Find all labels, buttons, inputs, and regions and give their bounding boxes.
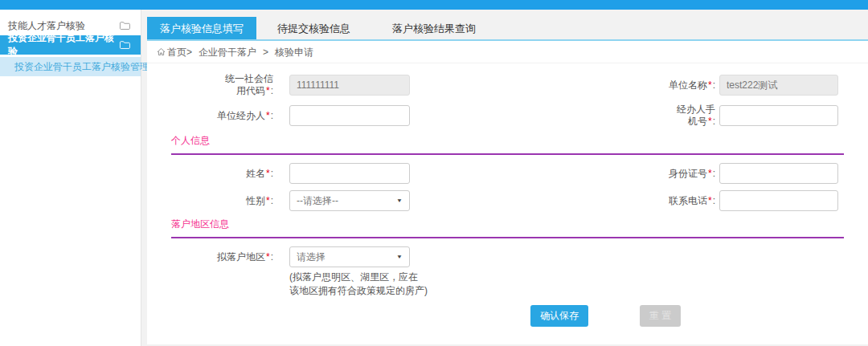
required-asterisk: * xyxy=(708,116,712,127)
contact-phone-label: 联系电话*: xyxy=(410,195,715,207)
reset-button[interactable]: 重 置 xyxy=(640,305,681,327)
sidebar: 技能人才落户核验 投资企业骨干员工落户核验 投资企业骨干员工落户核验管理 xyxy=(0,10,141,346)
required-asterisk: * xyxy=(266,251,270,263)
sidebar-item-label: 投资企业骨干员工落户核验 xyxy=(8,31,119,59)
sidebar-subitem-invest-staff-verify-mgmt[interactable]: 投资企业骨干员工落户核验管理 xyxy=(0,57,141,76)
confirm-save-button[interactable]: 确认保存 xyxy=(530,305,588,327)
tab-verify-result-query[interactable]: 落户核验结果查询 xyxy=(371,17,497,39)
unit-name-label: 单位名称*: xyxy=(410,79,715,92)
section-title-settle-area-info: 落户地区信息 xyxy=(171,218,844,231)
required-asterisk: * xyxy=(266,110,270,121)
section-title-personal-info: 个人信息 xyxy=(171,134,844,148)
settle-area-note: (拟落户思明区、湖里区，应在 该地区拥有符合政策规定的房产) xyxy=(289,271,868,298)
breadcrumb-separator: > xyxy=(263,41,268,63)
required-asterisk: * xyxy=(708,168,712,179)
household-verification-form: 统一社会信 用代码*: 单位名称*: 单位经办人*: 经办人手 机号*: 个人信… xyxy=(147,63,868,327)
required-asterisk: * xyxy=(266,168,270,179)
required-asterisk: * xyxy=(266,195,270,206)
gender-label: 性别*: xyxy=(147,195,273,207)
required-asterisk: * xyxy=(708,79,712,91)
unit-agent-label: 单位经办人*: xyxy=(147,110,273,122)
section-divider xyxy=(171,153,844,155)
top-header-bar xyxy=(0,0,868,10)
breadcrumb-current-page: 核验申请 xyxy=(275,41,313,63)
settle-area-label: 拟落户地区*: xyxy=(147,251,273,263)
form-row: 单位经办人*: 经办人手 机号*: xyxy=(147,104,868,128)
id-number-input[interactable] xyxy=(719,163,838,184)
name-input[interactable] xyxy=(289,163,410,184)
tab-bar: 落户核验信息填写 待提交核验信息 落户核验结果查询 xyxy=(147,17,868,41)
chevron-down-icon: ▼ xyxy=(396,197,403,203)
folder-icon xyxy=(119,40,130,50)
settle-area-select[interactable]: 请选择 ▼ xyxy=(289,246,410,267)
gender-select-value: --请选择-- xyxy=(297,194,338,208)
agent-phone-label: 经办人手 机号*: xyxy=(410,104,715,128)
credit-code-label: 统一社会信 用代码*: xyxy=(147,73,273,97)
required-asterisk: * xyxy=(266,85,270,96)
form-row: 姓名*: 身份证号*: xyxy=(147,163,868,184)
required-asterisk: * xyxy=(708,195,712,206)
breadcrumb-separator: > xyxy=(186,41,192,63)
form-actions: 确认保存 重 置 xyxy=(147,305,868,327)
settle-area-select-value: 请选择 xyxy=(297,250,326,264)
main-area: 落户核验信息填写 待提交核验信息 落户核验结果查询 首页 > 企业骨干落户 > … xyxy=(147,10,868,346)
section-divider xyxy=(171,237,844,238)
unit-agent-input[interactable] xyxy=(289,105,410,126)
name-label: 姓名*: xyxy=(147,168,273,180)
form-row: 性别*: --请选择-- ▼ 联系电话*: xyxy=(147,190,868,211)
form-row: 拟落户地区*: 请选择 ▼ xyxy=(147,246,868,267)
app-screen: 技能人才落户核验 投资企业骨干员工落户核验 投资企业骨干员工落户核验管理 落户核… xyxy=(0,0,868,346)
settle-area-note-line1: (拟落户思明区、湖里区，应在 xyxy=(289,271,868,284)
folder-icon xyxy=(119,21,130,31)
form-row: 统一社会信 用代码*: 单位名称*: xyxy=(147,73,868,97)
credit-code-input xyxy=(289,75,410,96)
breadcrumb-home[interactable]: 首页 xyxy=(167,41,186,63)
id-number-label: 身份证号*: xyxy=(410,168,715,180)
contact-phone-input[interactable] xyxy=(719,190,838,211)
tab-pending-verify-info[interactable]: 待提交核验信息 xyxy=(256,17,371,39)
sidebar-item-invest-staff-verify[interactable]: 投资企业骨干员工落户核验 xyxy=(0,35,141,55)
agent-phone-input[interactable] xyxy=(719,105,838,126)
breadcrumb: 首页 > 企业骨干落户 > 核验申请 xyxy=(147,41,868,63)
tab-fill-verify-info[interactable]: 落户核验信息填写 xyxy=(147,17,256,39)
gender-select[interactable]: --请选择-- ▼ xyxy=(289,190,410,211)
chevron-down-icon: ▼ xyxy=(396,254,403,259)
settle-area-note-line2: 该地区拥有符合政策规定的房产) xyxy=(289,284,868,298)
content-panel: 首页 > 企业骨干落户 > 核验申请 统一社会信 用代码*: 单位名称*: 单位… xyxy=(147,41,868,344)
unit-name-input xyxy=(719,75,838,96)
breadcrumb-enterprise-backbone[interactable]: 企业骨干落户 xyxy=(199,41,256,63)
home-icon xyxy=(157,47,166,56)
sidebar-item-label: 技能人才落户核验 xyxy=(8,19,85,33)
